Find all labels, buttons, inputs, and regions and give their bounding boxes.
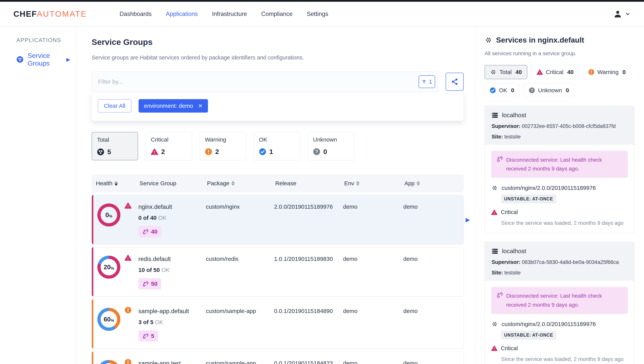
health-donut: 60% <box>97 308 120 331</box>
warning-icon <box>205 148 212 155</box>
health-status-icon <box>124 202 132 237</box>
filter-bar: 1 <box>92 72 438 92</box>
row-selected-arrow-icon[interactable]: ▶ <box>466 216 470 223</box>
expand-arrow-icon[interactable]: ▶ <box>66 57 70 63</box>
critical-icon <box>491 345 498 351</box>
sidebar-item-service-groups[interactable]: Service Groups ▶ <box>16 52 70 67</box>
server-icon <box>492 248 498 254</box>
stat-card-ok[interactable]: OK 1 <box>254 132 300 160</box>
filter-count-badge: 1 <box>429 79 432 85</box>
badge-warning[interactable]: Warning 0 <box>583 65 631 79</box>
service-health-status: Critical <box>491 209 628 215</box>
service-card-header: localhost Supervisor: 002732ee-6557-405c… <box>485 106 634 145</box>
disconnected-alert: Disconnected service: Last health check … <box>491 151 628 178</box>
service-groups-icon <box>16 56 24 63</box>
health-status-icon <box>124 307 132 341</box>
app-cell: demo <box>403 358 464 364</box>
status-filter-cards: Total 5 Critical 2 Warning 2 <box>92 132 464 160</box>
stat-card-total[interactable]: Total 5 <box>92 132 138 160</box>
broken-link-icon <box>142 333 149 339</box>
nav-settings[interactable]: Settings <box>307 11 328 18</box>
disconnected-alert: Disconnected service: Last health check … <box>491 287 628 314</box>
service-group-row[interactable]: 20% redis.default 10 of 50 OK 50 custom/… <box>92 247 464 296</box>
broken-link-icon <box>496 291 503 309</box>
warning-icon <box>588 69 594 75</box>
stat-card-unknown[interactable]: Unknown 0 <box>308 132 354 160</box>
nav-dashboards[interactable]: Dashboards <box>120 11 152 18</box>
service-group-name: redis.default <box>138 256 206 262</box>
health-status-icon <box>124 359 132 364</box>
health-cell: 60% <box>95 306 138 341</box>
service-status-badges: Total 40 Critical 40 Warning 0 OK 0 Unkn… <box>484 65 634 97</box>
ok-ratio: 0 of 40 OK <box>138 215 206 221</box>
sort-icons[interactable] <box>356 181 360 186</box>
sort-icons[interactable] <box>114 181 118 186</box>
nav-compliance[interactable]: Compliance <box>261 11 293 18</box>
column-header-package[interactable]: Package <box>207 180 275 187</box>
service-group-cell: sample-app.default 3 of 5 OK 5 <box>138 306 206 341</box>
disconnected-count-chip[interactable]: 5 <box>138 330 158 341</box>
stat-card-critical[interactable]: Critical 2 <box>146 132 192 160</box>
clear-all-button[interactable]: Clear All <box>98 99 131 112</box>
badge-critical[interactable]: Critical 40 <box>532 65 579 79</box>
service-group-row[interactable]: 60% sample-app.default 3 of 5 OK 5 custo… <box>92 299 464 349</box>
site-line: Site: testsite <box>492 134 627 140</box>
table-header: Health Service Group Package Release Env… <box>92 175 464 192</box>
service-group-name: sample-app.default <box>138 308 206 315</box>
page-title: Service Groups <box>92 37 464 47</box>
close-icon[interactable]: ✕ <box>198 103 202 109</box>
service-loaded-note: Since the service was loaded, 2 months 9… <box>501 220 628 226</box>
service-card: localhost Supervisor: 002732ee-6557-405c… <box>484 106 634 233</box>
main-nav: Dashboards Applications Infrastructure C… <box>120 11 328 18</box>
row-status-accent <box>92 247 93 296</box>
chef-automate-logo[interactable]: CHEF AUTOMATE <box>14 10 87 19</box>
filter-input[interactable] <box>98 79 418 85</box>
sort-icons[interactable] <box>231 181 235 186</box>
badge-unknown[interactable]: Unknown 0 <box>524 83 574 97</box>
disconnected-count-chip[interactable]: 50 <box>138 278 161 289</box>
disconnected-count-chip[interactable]: 40 <box>138 226 161 237</box>
stat-card-warning[interactable]: Warning 2 <box>200 132 246 160</box>
release-cell: 0.0.1/20190115184823 <box>274 358 343 364</box>
filter-chip-environment-demo[interactable]: environment: demo ✕ <box>138 99 208 113</box>
service-group-row[interactable]: 80% sample-app.test 4 of 5 OK 5 custom/s… <box>92 351 464 364</box>
app-cell: demo <box>403 202 464 237</box>
critical-icon <box>537 69 543 75</box>
service-loaded-note: Since the service was loaded, 2 months 9… <box>501 356 628 362</box>
health-donut: 20% <box>97 256 120 279</box>
column-header-app[interactable]: App <box>404 180 464 187</box>
badge-ok[interactable]: OK 0 <box>484 83 520 97</box>
total-icon <box>490 70 496 75</box>
nav-infrastructure[interactable]: Infrastructure <box>212 11 247 18</box>
filter-chip-label: environment: demo <box>144 103 193 109</box>
env-cell: demo <box>343 358 403 364</box>
supervisor-line: Supervisor: 002732ee-6557-405c-b008-cfcf… <box>492 123 627 129</box>
column-header-health[interactable]: Health <box>96 180 140 187</box>
user-menu[interactable] <box>613 10 630 19</box>
app-cell: demo <box>403 306 464 341</box>
services-grid-icon <box>491 185 498 191</box>
share-button[interactable] <box>446 73 464 91</box>
health-donut: 80% <box>97 360 120 364</box>
sort-icons[interactable] <box>416 181 420 186</box>
health-status-icon <box>124 254 132 289</box>
column-header-env[interactable]: Env <box>344 180 404 187</box>
package-cell: custom/sample-app <box>206 306 274 341</box>
service-card-body: Disconnected service: Last health check … <box>485 281 634 364</box>
nav-applications[interactable]: Applications <box>166 11 198 18</box>
panel-title: Services in nginx.default <box>484 36 634 44</box>
broken-link-icon <box>142 281 149 287</box>
health-cell: 20% <box>95 254 138 289</box>
disconnected-count: 40 <box>151 228 157 235</box>
badge-total[interactable]: Total 40 <box>484 65 527 79</box>
health-cell: 80% <box>95 358 138 364</box>
unknown-icon <box>313 148 320 155</box>
service-group-name: sample-app.test <box>138 360 206 364</box>
server-icon <box>492 112 498 119</box>
critical-icon <box>151 148 158 155</box>
filter-toggle-button[interactable]: 1 <box>418 75 435 88</box>
service-group-row[interactable]: 0% nginx.default 0 of 40 OK 40 custom/ng… <box>92 195 464 244</box>
update-strategy-tag: UNSTABLE: AT-ONCE <box>501 331 556 339</box>
service-health-status: Critical <box>491 345 628 351</box>
ok-icon <box>259 148 266 155</box>
